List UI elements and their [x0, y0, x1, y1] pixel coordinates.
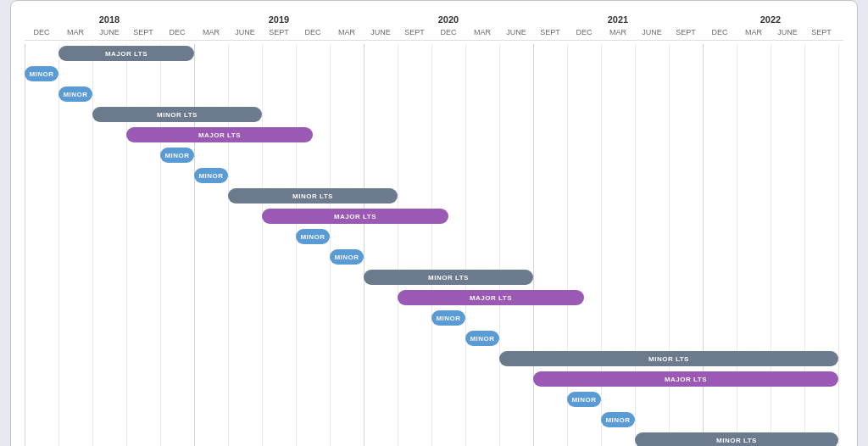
- bar-minor-1: MINOR: [25, 66, 58, 81]
- month-label-17: MAR: [601, 28, 635, 36]
- bar-minor-2: MINOR: [58, 86, 92, 102]
- gantt-row-12: MAJOR LTS: [25, 288, 838, 307]
- year-label-2019: 2019: [194, 14, 364, 25]
- month-label-1: MAR: [58, 28, 92, 36]
- bar-minor-14: MINOR: [465, 331, 499, 346]
- month-label-23: SEPT: [804, 28, 838, 36]
- bar-minor-lts-15: MINOR LTS: [499, 351, 838, 366]
- gantt-row-8: MAJOR LTS: [25, 207, 838, 226]
- gantt-chart: 20182019202020212022DECMARJUNESEPTDECMAR…: [10, 0, 858, 446]
- month-label-6: JUNE: [228, 28, 262, 36]
- bar-minor-18: MINOR: [601, 412, 635, 427]
- bar-major-lts-8: MAJOR LTS: [262, 209, 448, 224]
- gantt-row-0: MAJOR LTS: [25, 44, 838, 63]
- month-label-15: SEPT: [533, 28, 567, 36]
- month-label-9: MAR: [330, 28, 364, 36]
- month-label-7: SEPT: [262, 28, 296, 36]
- month-label-19: SEPT: [669, 28, 703, 36]
- bar-minor-10: MINOR: [330, 249, 364, 265]
- month-label-14: JUNE: [499, 28, 533, 36]
- month-label-13: MAR: [465, 28, 499, 36]
- bar-minor-5: MINOR: [160, 148, 194, 163]
- gantt-row-11: MINOR LTS: [25, 268, 838, 287]
- year-label-2022: 2022: [703, 14, 838, 25]
- gantt-row-15: MINOR LTS: [25, 349, 838, 368]
- gantt-row-9: MINOR: [25, 227, 838, 246]
- gantt-row-14: MINOR: [25, 329, 838, 348]
- bar-minor-lts-19: MINOR LTS: [635, 432, 838, 446]
- month-label-4: DEC: [160, 28, 194, 36]
- month-label-3: SEPT: [126, 28, 160, 36]
- gantt-row-10: MINOR: [25, 248, 838, 266]
- bar-minor-13: MINOR: [431, 310, 465, 326]
- bar-minor-17: MINOR: [567, 392, 601, 407]
- gantt-row-5: MINOR: [25, 146, 838, 164]
- month-label-10: JUNE: [364, 28, 398, 36]
- month-label-0: DEC: [25, 28, 58, 36]
- gantt-row-17: MINOR: [25, 390, 838, 409]
- gantt-row-6: MINOR: [25, 166, 838, 185]
- bar-major-lts-16: MAJOR LTS: [533, 371, 838, 387]
- gantt-row-1: MINOR: [25, 64, 838, 83]
- bar-minor-6: MINOR: [194, 168, 228, 183]
- gantt-row-2: MINOR: [25, 85, 838, 103]
- gantt-row-18: MINOR: [25, 410, 838, 429]
- gantt-row-3: MINOR LTS: [25, 105, 838, 124]
- month-label-5: MAR: [194, 28, 228, 36]
- month-label-11: SEPT: [398, 28, 431, 36]
- year-label-2021: 2021: [533, 14, 703, 25]
- year-label-2018: 2018: [25, 14, 194, 25]
- month-label-20: DEC: [703, 28, 737, 36]
- gantt-row-7: MINOR LTS: [25, 187, 838, 205]
- year-label-2020: 2020: [364, 14, 533, 25]
- gantt-row-4: MAJOR LTS: [25, 125, 838, 144]
- month-label-21: MAR: [737, 28, 771, 36]
- bar-minor-lts-0: MAJOR LTS: [58, 46, 194, 61]
- gantt-row-19: MINOR LTS: [25, 431, 838, 446]
- month-label-8: DEC: [296, 28, 330, 36]
- month-label-18: JUNE: [635, 28, 669, 36]
- bar-minor-lts-3: MINOR LTS: [92, 107, 262, 122]
- month-label-16: DEC: [567, 28, 601, 36]
- month-label-2: JUNE: [92, 28, 126, 36]
- bar-minor-lts-11: MINOR LTS: [364, 270, 533, 285]
- bar-minor-9: MINOR: [296, 229, 330, 244]
- bar-major-lts-12: MAJOR LTS: [398, 290, 584, 305]
- gantt-row-13: MINOR: [25, 309, 838, 327]
- bar-minor-lts-7: MINOR LTS: [228, 188, 398, 203]
- gantt-row-16: MAJOR LTS: [25, 370, 838, 388]
- month-label-12: DEC: [431, 28, 465, 36]
- month-label-22: JUNE: [771, 28, 804, 36]
- bar-major-lts-4: MAJOR LTS: [126, 127, 313, 142]
